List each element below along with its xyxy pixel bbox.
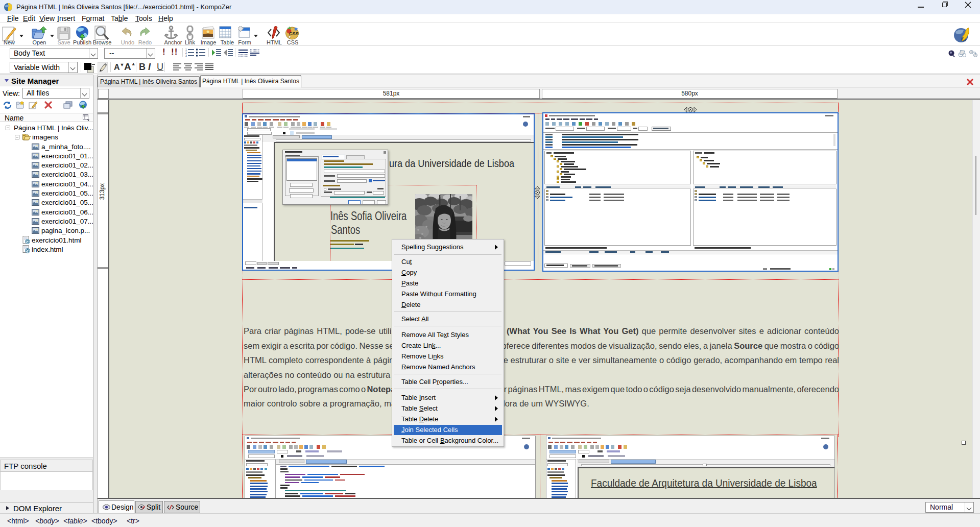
svg-text:3: 3 <box>185 54 187 57</box>
svg-text:CSS: CSS <box>289 31 299 36</box>
